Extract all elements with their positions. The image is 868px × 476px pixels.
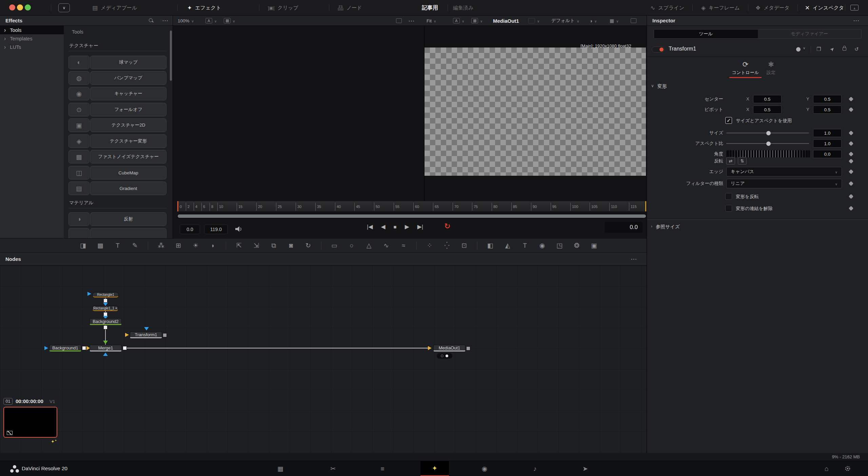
rectangle-mask-tool-icon[interactable]: ▭ [330,242,339,249]
loop-playback-button[interactable]: ↻ [444,222,450,231]
nodes-options-icon[interactable] [631,255,637,263]
page-edit[interactable]: ≡ [375,461,390,476]
right-viewer-expand2-button[interactable] [631,16,636,26]
light-3d-tool-icon[interactable]: ❂ [572,242,581,249]
node-merge1[interactable]: Merge1 [90,345,122,351]
shape-3d-tool-icon[interactable]: ◭ [503,242,512,249]
tab-keyframes[interactable]: ◈ キーフレーム [701,0,739,16]
color-corrector-tool-icon[interactable]: ☀ [191,242,200,249]
right-viewer-roi-dropdown[interactable] [471,16,482,26]
render-range-start-field[interactable]: 0.0 [180,225,200,234]
chevron-down-icon[interactable]: ∨ [803,46,805,50]
page-deliver[interactable]: ➤ [578,461,593,476]
viewer1-dot[interactable] [441,355,443,357]
reset-icon[interactable]: ↺ [854,46,859,52]
play-reverse-button[interactable]: ◀ [381,223,386,230]
section-transform[interactable]: ∨ 変形 [651,83,667,90]
right-viewer-lut-dropdown[interactable]: デフォルト [551,16,579,26]
matte-control-tool-icon[interactable]: ◙ [287,242,295,249]
tab-nodes[interactable]: 品 ノード [338,0,362,16]
render-3d-tool-icon[interactable]: ▣ [590,242,598,249]
aspect-field[interactable]: 1.0 [813,139,842,148]
search-icon[interactable] [149,18,154,23]
zoom-window-button[interactable] [25,4,31,11]
background1-output[interactable] [82,346,86,350]
tool-item-bump-map[interactable]: ◍ バンプマップ [68,71,166,85]
scrollbar-thumb[interactable] [178,214,646,218]
text-3d-tool-icon[interactable]: T [520,242,529,249]
timeline-scrollbar[interactable] [177,214,647,218]
quick-export-button[interactable]: ∨ [58,3,70,12]
flip-vertical-button[interactable]: ⇅ [738,157,747,165]
size-field[interactable]: 1.0 [813,129,842,137]
merge-tool-icon[interactable]: ⧉ [269,242,278,249]
copy-settings-icon[interactable]: ❐ [816,46,821,52]
section-reference-size[interactable]: › 参照サイズ [651,224,680,230]
settings-gear-icon[interactable] [844,465,851,472]
timeline-ruler[interactable]: 0 2 4 6 8 10 15 20 25 30 35 40 45 50 55 … [177,201,647,212]
keyframe-diamond-icon[interactable] [849,181,853,186]
tab-clips[interactable]: ]▣[ クリップ [268,0,298,16]
page-cut[interactable]: ✂ [326,461,340,476]
playhead[interactable] [177,201,178,211]
particle-dots-tool-icon[interactable]: ⁂ [157,242,165,249]
minimize-window-button[interactable] [17,4,23,11]
mediaout1-viewer-buttons[interactable] [437,353,452,359]
viewer2-dot[interactable] [446,355,448,357]
keyframe-diamond-icon[interactable] [849,97,853,101]
tab-tools[interactable]: ツール [654,30,758,38]
filter-type-dropdown[interactable]: リニア [726,179,842,188]
right-viewer-dod-dropdown[interactable] [528,16,539,26]
right-viewer-channel-dropdown[interactable]: A [453,16,464,26]
tool-item-falloff[interactable]: ⊙ フォールオフ [68,103,166,116]
effects-options-icon[interactable] [162,17,169,24]
tool-item-sphere-map[interactable]: ◐ 球マップ [68,56,166,69]
particle-emitter-tool-icon[interactable]: ⁘ [425,242,434,249]
node-background2[interactable]: Background2 [90,318,122,325]
tab-effects[interactable]: ✦ エフェクト [187,0,221,16]
polygon-mask-tool-icon[interactable]: △ [364,242,373,249]
slider-knob[interactable] [766,131,771,135]
goto-end-button[interactable]: ▶| [417,223,423,230]
rectangle1-input[interactable] [87,292,91,296]
transform1-top-indicator[interactable] [144,327,149,330]
node-background1[interactable]: Background1 [49,345,81,351]
invert-transform-checkbox[interactable] [725,193,732,200]
aspect-slider[interactable] [726,143,809,144]
right-viewer-grid-dropdown[interactable]: ▦ [610,16,619,26]
keyframe-diamond-icon[interactable] [849,152,853,156]
pin-icon[interactable]: ➤ [828,45,836,53]
tool-item-cubemap[interactable]: ◫ CubeMap [68,166,166,179]
page-fusion-active[interactable]: ✦ [420,461,449,476]
merge1-output[interactable] [123,346,127,350]
hue-curves-tool-icon[interactable]: ◗ [209,242,217,249]
page-fairlight[interactable]: ♪ [528,461,542,476]
node-rectangle1[interactable]: Rectangle1 [93,292,119,298]
transform-tool-icon[interactable]: ↻ [304,242,313,249]
background2-output[interactable] [103,325,107,329]
version-color-dot[interactable] [796,47,801,52]
flip-horizontal-button[interactable]: ⇄ [726,157,735,165]
pivot-x-field[interactable]: 0.5 [753,106,782,114]
tool-item-texture2d[interactable]: ▣ テクスチャー2D [68,118,166,132]
subtab-settings[interactable]: ✱ 設定 [764,60,778,76]
inspector-options-icon[interactable] [853,17,860,24]
rectangle1-output[interactable] [103,299,107,303]
keyframe-diamond-icon[interactable] [849,107,853,112]
merge-3d-tool-icon[interactable]: ◉ [538,242,547,249]
node-graph[interactable]: Rectangle1 Rectangle1_1 ◉ Background2 Tr… [0,266,647,453]
node-enable-toggle[interactable] [652,46,665,53]
node-rectangle1-1[interactable]: Rectangle1_1 ◉ [92,306,118,311]
node-transform1[interactable]: Transform1 [130,331,162,338]
angle-thumbwheel[interactable] [726,150,810,157]
particle-render-tool-icon[interactable]: ⊡ [460,242,469,249]
slider-knob[interactable] [766,141,771,146]
bspline-mask-tool-icon[interactable]: ∿ [382,242,391,249]
center-x-field[interactable]: 0.5 [753,95,782,103]
mediaout1-input[interactable] [428,346,432,350]
paint-tool-icon[interactable]: ✎ [131,242,139,249]
pivot-y-field[interactable]: 0.5 [813,106,842,114]
page-color[interactable]: ◉ [477,461,492,476]
tab-metadata[interactable]: ❖ メタデータ [755,0,790,16]
size-slider[interactable] [726,133,809,133]
